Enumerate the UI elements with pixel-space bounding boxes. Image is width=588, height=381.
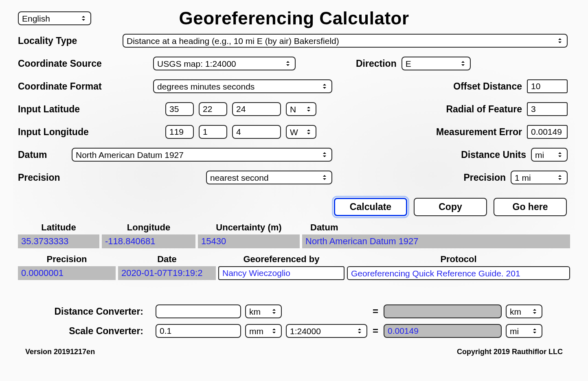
go-here-button[interactable]: Go here: [494, 198, 567, 216]
calculate-button[interactable]: Calculate: [334, 198, 407, 216]
result-header-protocol: Protocol: [347, 254, 570, 265]
measurement-error-label: Measurement Error: [436, 127, 522, 138]
distance-units-select[interactable]: mi: [531, 148, 568, 162]
copyright-text: Copyright 2019 Rauthiflor LLC: [457, 348, 563, 356]
offset-distance-input[interactable]: [527, 79, 568, 93]
lat-sec-input[interactable]: [232, 102, 281, 116]
direction-label: Direction: [356, 58, 397, 69]
lon-hemisphere-select[interactable]: W: [286, 125, 316, 139]
result-datum: North American Datum 1927: [302, 234, 570, 248]
result-header-precision: Precision: [18, 254, 116, 265]
language-select[interactable]: English: [18, 11, 91, 25]
scale-converter-output: [384, 324, 502, 338]
scale-converter-output-unit-select[interactable]: mi: [506, 324, 542, 338]
lat-hemisphere-select[interactable]: N: [286, 102, 316, 116]
result-uncertainty: 15430: [198, 234, 300, 248]
equals-sign: =: [371, 325, 380, 337]
coordinate-source-select[interactable]: USGS map: 1:24000: [153, 57, 296, 70]
georeferenced-by-input[interactable]: [218, 266, 344, 280]
distance-converter-label: Distance Converter:: [25, 306, 143, 317]
locality-type-select[interactable]: Distance at a heading (e.g., 10 mi E (by…: [123, 34, 568, 48]
protocol-select[interactable]: Georeferencing Quick Reference Guide. 20…: [347, 266, 570, 280]
lat-deg-input[interactable]: [165, 102, 194, 116]
distance-converter-input-unit-select[interactable]: km: [245, 304, 282, 318]
lat-min-input[interactable]: [199, 102, 227, 116]
distance-converter-output: [384, 304, 502, 318]
copy-button[interactable]: Copy: [414, 198, 487, 216]
input-longitude-label: Input Longitude: [18, 127, 160, 138]
lon-sec-input[interactable]: [232, 125, 281, 139]
result-header-latitude: Latitude: [18, 222, 99, 233]
result-header-georef-by: Georeferenced by: [218, 254, 344, 265]
distance-converter-input[interactable]: [156, 304, 241, 318]
precision-right-label: Precision: [463, 172, 506, 183]
distance-converter-output-unit-select[interactable]: km: [506, 304, 542, 318]
lon-min-input[interactable]: [199, 125, 227, 139]
datum-select[interactable]: North American Datum 1927: [72, 148, 332, 162]
scale-converter-map-select[interactable]: 1:24000: [286, 324, 367, 338]
measurement-error-input[interactable]: [527, 125, 568, 139]
result-longitude: -118.840681: [102, 234, 195, 248]
offset-distance-label: Offset Distance: [453, 81, 522, 92]
precision-right-select[interactable]: 1 mi: [511, 171, 568, 184]
scale-converter-input[interactable]: [156, 324, 241, 338]
distance-units-label: Distance Units: [461, 149, 526, 160]
page-title: Georeferencing Calculator: [13, 8, 575, 28]
coordinate-source-label: Coordinate Source: [18, 58, 148, 69]
coordinate-format-select[interactable]: degrees minutes seconds: [153, 79, 332, 93]
equals-sign: =: [371, 306, 380, 317]
radial-of-feature-input[interactable]: [527, 102, 568, 116]
precision-left-label: Precision: [18, 172, 201, 183]
result-header-uncertainty: Uncertainty (m): [198, 222, 300, 233]
scale-converter-input-unit-select[interactable]: mm: [245, 324, 282, 338]
datum-label: Datum: [18, 149, 67, 160]
result-header-date: Date: [118, 254, 216, 265]
result-header-datum: Datum: [302, 222, 570, 233]
coordinate-format-label: Coordinate Format: [18, 81, 148, 92]
direction-select[interactable]: E: [402, 57, 471, 70]
version-text: Version 20191217en: [25, 348, 95, 356]
input-latitude-label: Input Latitude: [18, 104, 160, 115]
scale-converter-label: Scale Converter:: [25, 326, 143, 337]
precision-left-select[interactable]: nearest second: [206, 171, 332, 184]
result-header-longitude: Longitude: [102, 222, 195, 233]
result-latitude: 35.3733333: [18, 234, 99, 248]
result-date: 2020-01-07T19:19:2: [118, 266, 216, 280]
lon-deg-input[interactable]: [165, 125, 194, 139]
locality-type-label: Locality Type: [18, 35, 118, 46]
result-precision: 0.0000001: [18, 266, 116, 280]
radial-of-feature-label: Radial of Feature: [446, 104, 522, 115]
